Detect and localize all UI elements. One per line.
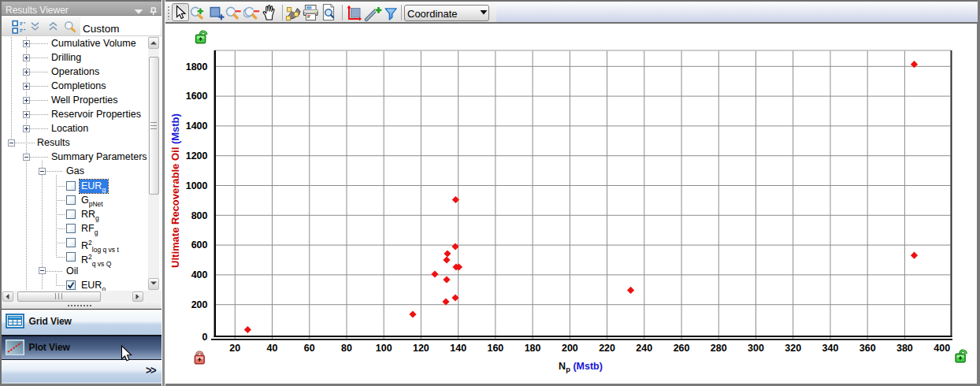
svg-text:600: 600: [191, 239, 208, 251]
svg-text:200: 200: [562, 343, 578, 354]
svg-text:280: 280: [711, 343, 727, 354]
svg-text:240: 240: [636, 343, 652, 354]
svg-text:Np (Mstb): Np (Mstb): [559, 361, 603, 373]
svg-text:160: 160: [487, 343, 503, 354]
svg-text:800: 800: [191, 210, 208, 221]
svg-text:180: 180: [525, 343, 541, 354]
svg-text:80: 80: [341, 343, 352, 354]
svg-text:400: 400: [191, 269, 208, 280]
svg-text:1400: 1400: [186, 121, 208, 132]
svg-text:20: 20: [229, 343, 240, 354]
svg-text:120: 120: [413, 343, 429, 354]
svg-text:40: 40: [267, 343, 278, 354]
svg-text:140: 140: [450, 343, 466, 354]
svg-text:Ultimate Recoverable Oil (Mstb: Ultimate Recoverable Oil (Mstb): [169, 113, 181, 268]
svg-text:100: 100: [376, 343, 392, 354]
svg-text:380: 380: [896, 343, 913, 354]
svg-text:60: 60: [304, 343, 315, 354]
svg-text:300: 300: [748, 343, 764, 354]
svg-text:320: 320: [785, 343, 801, 354]
svg-text:1600: 1600: [186, 91, 208, 102]
svg-text:340: 340: [822, 343, 839, 354]
svg-text:200: 200: [191, 299, 208, 310]
svg-text:260: 260: [674, 343, 690, 354]
svg-text:220: 220: [599, 343, 615, 354]
svg-text:400: 400: [934, 343, 950, 354]
svg-text:1000: 1000: [186, 180, 208, 191]
svg-text:1800: 1800: [186, 61, 208, 72]
svg-text:1200: 1200: [186, 150, 208, 161]
svg-text:360: 360: [859, 343, 876, 354]
svg-text:0: 0: [202, 332, 208, 343]
